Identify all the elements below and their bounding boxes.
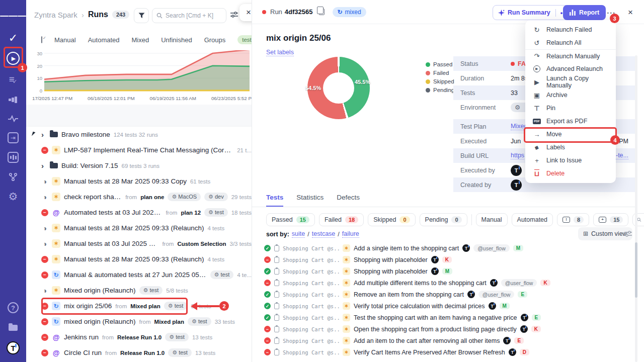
test-title[interactable]: Add an item to the cart after removing a…	[354, 337, 500, 344]
sort-by-failure[interactable]: failure	[342, 230, 359, 238]
run-summary-button[interactable]: Run Summary •••	[493, 5, 574, 20]
assignee-avatar[interactable]: T	[462, 244, 470, 252]
test-row[interactable]: − Shopping Cart @s... ✶ Add multiple dif…	[252, 277, 634, 289]
run-list-item[interactable]: ◑ ✶ Manual tests at 28 Mar 2025 09:33 Co…	[26, 173, 252, 189]
scrollbar-track[interactable]	[635, 55, 637, 362]
run-type-badge[interactable]: ↻ mixed	[333, 7, 366, 17]
run-list-item[interactable]: − ↻ Manual & automated tests at 27 Jun 2…	[26, 267, 252, 283]
status-filter-chip[interactable]: Skipped 0	[368, 213, 415, 226]
projects-folder-icon[interactable]	[0, 318, 26, 338]
detail-value-suffix[interactable]: -te...	[616, 152, 628, 159]
breadcrumb-project[interactable]: Zyntra Spark	[34, 11, 77, 19]
analytics-icon[interactable]	[0, 147, 26, 167]
menu-item[interactable]: PDF Export as PDF	[525, 115, 616, 128]
branch-icon[interactable]	[0, 167, 26, 187]
test-row[interactable]: ✓ Shopping Cart @s... ✶ Remove an item f…	[252, 289, 634, 300]
assignee-avatar[interactable]: T	[467, 291, 475, 298]
test-suite[interactable]: Shopping Cart @s...	[283, 292, 339, 298]
detail-value[interactable]: T	[511, 179, 522, 191]
set-labels-link[interactable]: Set labels	[266, 49, 294, 56]
menu-item[interactable]: ↺ Relaunch All	[525, 36, 616, 49]
test-suite[interactable]: Shopping Cart @s...	[283, 326, 339, 332]
close-panel-button[interactable]: ×	[239, 4, 252, 21]
detail-value-suffix[interactable]: PM	[619, 138, 628, 145]
run-list-item[interactable]: − @ Automated tests at 03 Jul 2025 13:25…	[26, 205, 252, 220]
copy-icon[interactable]	[319, 9, 325, 15]
assignee-avatar[interactable]: T	[520, 325, 528, 333]
test-row[interactable]: ✓ Shopping Cart @s... ✶ Add a single ite…	[252, 242, 634, 254]
runs-tab[interactable]: Mixed	[132, 36, 149, 44]
chevron-right-icon[interactable]: ›	[41, 130, 46, 139]
detail-value[interactable]: 33	[511, 89, 518, 97]
test-title[interactable]: Verify Cart Items Are Preserved After Br…	[354, 349, 505, 356]
run-list-item[interactable]: − ✶ LMP-587 Implement Real-Time Chat Mes…	[26, 142, 252, 158]
menu-item[interactable]: → Move	[525, 128, 616, 141]
test-title[interactable]: Remove an item from the shopping cart	[354, 291, 464, 298]
type-filter-chip[interactable]: Automated	[512, 213, 553, 226]
menu-item[interactable]: ▣ Archive	[525, 88, 616, 102]
assignee-avatar[interactable]: T	[489, 302, 496, 310]
app-logo[interactable]: T	[0, 338, 26, 358]
menu-item[interactable]: ▶ Launch a Copy Manually	[525, 75, 616, 88]
assignee-avatar[interactable]: T	[509, 348, 516, 356]
import-icon[interactable]: ⇥	[0, 128, 26, 148]
check-icon[interactable]: ✓	[0, 28, 26, 48]
test-title[interactable]: Shopping with placeholder	[354, 256, 428, 263]
pulse-icon[interactable]	[0, 109, 26, 129]
assignee-avatar[interactable]: T	[490, 279, 498, 287]
scrollbar-thumb[interactable]	[635, 242, 637, 298]
menu-item[interactable]: ↻ Relaunch Failed	[525, 23, 616, 36]
filter-button[interactable]	[134, 8, 149, 23]
menu-item[interactable]: ⊔ Delete	[525, 167, 616, 180]
run-list-item[interactable]: − @ Circle CI run from Release Run 1.0 t…	[26, 345, 252, 360]
test-title[interactable]: Open the shopping cart from a product li…	[354, 326, 517, 333]
steps-icon[interactable]	[0, 89, 26, 110]
run-list-item[interactable]: − ✶ Manual tests at 28 Mar 2025 09:33 (R…	[26, 251, 252, 267]
test-suite[interactable]: Shopping Cart @s...	[283, 303, 339, 309]
comment-filter-chip[interactable]: + 15	[593, 213, 628, 226]
status-filter-chip[interactable]: Pending 0	[420, 213, 467, 226]
detail-tab[interactable]: Tests	[266, 194, 283, 207]
detail-tab[interactable]: Statistics	[296, 194, 324, 207]
status-filter-chip[interactable]: Failed 18	[319, 213, 364, 226]
test-row[interactable]: ✓ Shopping Cart @s... ✶ Test the shoppin…	[252, 312, 634, 323]
status-filter-chip[interactable]: Passed 15	[266, 213, 315, 226]
runs-tab[interactable]: Automated	[88, 36, 120, 44]
menu-item[interactable]: ◆ Labels	[525, 141, 616, 154]
type-filter-chip[interactable]: Manual	[476, 213, 508, 226]
all-runs-icon[interactable]	[41, 36, 42, 43]
list-check-icon[interactable]: ≡✓	[0, 69, 26, 89]
assignee-avatar[interactable]: T	[503, 337, 511, 344]
run-list-item[interactable]: › Bravo milestone 124 tests 32 runs	[26, 127, 252, 142]
test-row[interactable]: − Shopping Cart @s... ✶ Verify Cart Item…	[252, 346, 634, 358]
sort-by-testcase[interactable]: testcase	[312, 230, 336, 238]
report-button[interactable]: Report	[563, 5, 606, 20]
test-suite[interactable]: Shopping Cart @s...	[283, 245, 339, 251]
list-settings-icon[interactable]	[624, 230, 632, 239]
test-suite[interactable]: Shopping Cart @s...	[283, 338, 339, 344]
run-list-item[interactable]: ◑ ✶ Manual tests at 28 Mar 2025 09:33 (R…	[26, 220, 252, 236]
test-search-input[interactable]: Search by titl	[632, 213, 644, 226]
menu-item[interactable]: + Link to Issue	[525, 154, 616, 167]
detail-value[interactable]: T	[511, 165, 522, 176]
test-row[interactable]: − Shopping Cart @s... ✶ Shopping with pl…	[252, 254, 634, 265]
runs-tab[interactable]: Groups	[204, 36, 226, 44]
assignee-avatar[interactable]: T	[521, 314, 528, 321]
test-suite[interactable]: Shopping Cart @s...	[283, 268, 339, 275]
test-tag[interactable]: @user_flow	[478, 291, 515, 298]
test-title[interactable]: Shopping with placeholder	[354, 268, 428, 275]
close-detail-button[interactable]: ×	[623, 5, 637, 20]
test-title[interactable]: Add a single item to the shopping cart	[354, 245, 459, 252]
test-suite[interactable]: Shopping Cart @s...	[283, 349, 339, 355]
assignee-avatar[interactable]: T	[431, 256, 439, 263]
assignee-avatar[interactable]: T	[431, 267, 439, 275]
test-row[interactable]: − Shopping Cart @s... ✶ Add an item to t…	[252, 335, 634, 346]
runs-search-input[interactable]: Search [Cmd + K]	[152, 8, 226, 23]
test-suite[interactable]: Shopping Cart @s...	[283, 315, 339, 321]
test-row[interactable]: ✓ Shopping Cart @s... ✶ Shopping with pl…	[252, 265, 634, 277]
test-suite[interactable]: Shopping Cart @s...	[283, 257, 339, 263]
detail-value[interactable]: Jun	[511, 138, 521, 145]
run-list-item[interactable]: ◑ ✶ Mixed origin (Relaunch) test 5/8 tes…	[26, 283, 252, 298]
detail-value[interactable]: https	[511, 152, 524, 159]
runs-tab[interactable]: Manual	[54, 36, 76, 44]
